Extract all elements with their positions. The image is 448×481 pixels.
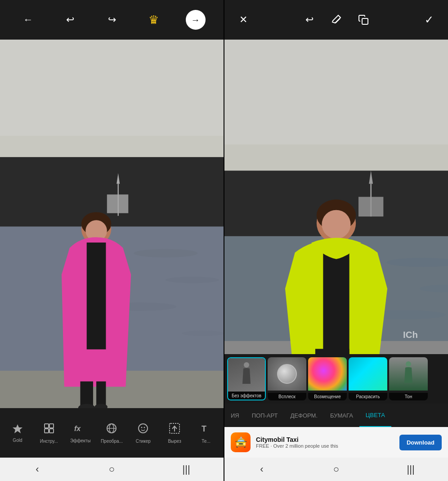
right-toolbar-actions: ↩ xyxy=(300,10,373,30)
right-nav-home[interactable]: ○ xyxy=(323,460,349,478)
toolbar-cutout[interactable]: Вырез xyxy=(163,423,186,444)
undo-button-left[interactable]: ↩ xyxy=(60,10,80,30)
svg-marker-44 xyxy=(369,171,373,184)
ad-icon: 🚖 xyxy=(231,432,251,452)
left-nav-recents[interactable]: ||| xyxy=(173,460,200,478)
svg-text:T: T xyxy=(202,424,206,433)
effect-displace[interactable]: Возмещение xyxy=(308,357,347,400)
toolbar-gold[interactable]: Gold xyxy=(6,423,29,443)
eraser-button[interactable] xyxy=(327,10,346,30)
ad-title: Citymobil Taxi xyxy=(256,436,394,443)
svg-point-28 xyxy=(139,424,148,433)
right-photo: ICh xyxy=(224,40,448,354)
left-image-area xyxy=(0,40,224,408)
svg-point-3 xyxy=(134,249,197,257)
ad-text: Citymobil Taxi FREE · Over 2 million peo… xyxy=(256,436,394,449)
effect-noeffect[interactable]: Без эффектов xyxy=(227,357,266,400)
crown-button[interactable]: ♛ xyxy=(144,10,164,30)
category-iya[interactable]: ИЯ xyxy=(224,404,246,427)
close-button[interactable]: ✕ xyxy=(233,10,253,30)
copy-button[interactable] xyxy=(354,10,373,30)
confirm-button[interactable]: ✓ xyxy=(419,10,439,30)
toolbar-effects[interactable]: fx Эффекты xyxy=(69,423,92,443)
svg-text:fx: fx xyxy=(74,425,81,432)
svg-rect-45 xyxy=(358,197,383,217)
toolbar-instruments[interactable]: Инстру... xyxy=(38,423,60,444)
effect-tone[interactable]: Тон xyxy=(389,357,428,400)
svg-point-6 xyxy=(182,331,224,336)
left-toolbar: ← ↩ ↪ ♛ → xyxy=(0,0,224,40)
right-toolbar: ✕ ↩ ✓ xyxy=(224,0,448,40)
right-nav-recents[interactable]: ||| xyxy=(397,460,424,478)
effect-splash[interactable]: Всплеск xyxy=(268,357,306,400)
left-photo xyxy=(0,40,224,408)
effect-colorize[interactable]: Раскрасить xyxy=(349,357,387,400)
svg-rect-21 xyxy=(45,429,49,433)
svg-rect-51 xyxy=(337,349,349,354)
effects-strip: Без эффектов Всплеск Возмещение Раскраси… xyxy=(224,354,448,404)
undo-button-right[interactable]: ↩ xyxy=(300,10,319,30)
left-nav-home[interactable]: ○ xyxy=(98,460,125,478)
svg-rect-20 xyxy=(45,424,49,428)
svg-rect-35 xyxy=(362,18,368,24)
category-deform[interactable]: ДЕФОРМ. xyxy=(284,404,324,427)
svg-point-29 xyxy=(141,427,143,428)
category-popart[interactable]: ПОП-АРТ xyxy=(246,404,284,427)
svg-marker-19 xyxy=(13,424,22,433)
svg-rect-22 xyxy=(49,424,54,428)
categories-row: ИЯ ПОП-АРТ ДЕФОРМ. БУМАГА ЦВЕТА xyxy=(224,404,448,427)
category-cveta[interactable]: ЦВЕТА xyxy=(359,404,391,427)
left-nav-bar: ‹ ○ ||| xyxy=(0,458,224,481)
back-button[interactable]: ← xyxy=(18,10,38,30)
svg-point-54 xyxy=(406,361,411,367)
right-image-area: ICh xyxy=(224,40,448,354)
svg-line-34 xyxy=(336,18,340,23)
svg-marker-9 xyxy=(116,173,120,184)
svg-point-53 xyxy=(244,362,249,368)
svg-point-30 xyxy=(144,427,145,428)
redo-button-left[interactable]: ↪ xyxy=(102,10,122,30)
category-bumaga[interactable]: БУМАГА xyxy=(324,404,359,427)
svg-rect-37 xyxy=(224,40,448,144)
left-nav-back[interactable]: ‹ xyxy=(24,460,51,478)
right-nav-back[interactable]: ‹ xyxy=(248,460,275,478)
right-nav-bar: ‹ ○ ||| xyxy=(224,458,448,481)
right-panel: ✕ ↩ ✓ xyxy=(224,0,448,481)
svg-text:ICh: ICh xyxy=(403,330,418,340)
left-bottom-toolbar: Gold Инстру... fx Эффекты xyxy=(0,408,224,458)
svg-rect-1 xyxy=(0,40,224,136)
left-panel: ← ↩ ↪ ♛ → xyxy=(0,0,224,481)
download-button[interactable]: Download xyxy=(399,435,442,450)
toolbar-text[interactable]: T Те... xyxy=(195,423,217,444)
svg-point-4 xyxy=(166,277,219,283)
svg-rect-14 xyxy=(87,243,106,349)
svg-rect-10 xyxy=(107,194,128,213)
svg-rect-49 xyxy=(323,246,349,354)
svg-rect-23 xyxy=(49,429,54,433)
toolbar-sticker[interactable]: Стикер xyxy=(132,423,154,444)
ad-banner: 🚖 Citymobil Taxi FREE · Over 2 million p… xyxy=(224,427,448,458)
toolbar-transform[interactable]: Преобра... xyxy=(100,423,123,444)
svg-point-48 xyxy=(322,210,350,239)
next-button[interactable]: → xyxy=(186,10,206,30)
ad-subtitle: FREE · Over 2 million people use this xyxy=(256,443,394,449)
svg-rect-50 xyxy=(315,349,330,354)
